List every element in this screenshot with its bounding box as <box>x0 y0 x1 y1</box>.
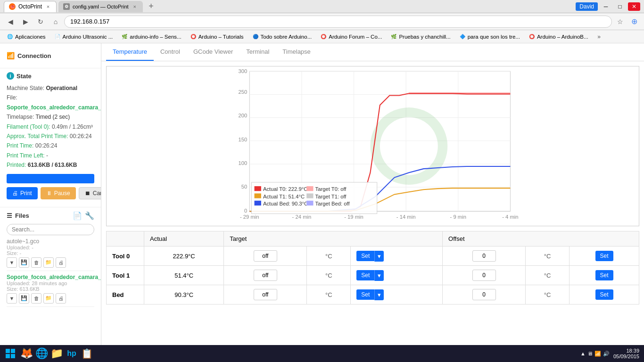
tool1-set-btn-cell: Set ▾ <box>351 266 443 285</box>
file-folder-btn[interactable]: 📁 <box>43 257 54 268</box>
start-button[interactable] <box>2 345 19 362</box>
reload-btn[interactable]: ↻ <box>34 15 47 28</box>
tray-up-icon[interactable]: ▲ <box>580 351 586 356</box>
tool0-set-dropdown[interactable]: ▾ <box>374 251 384 262</box>
bookmark-star-icon[interactable]: ☆ <box>614 16 626 28</box>
svg-text:100: 100 <box>238 160 247 166</box>
chrome-icon[interactable]: ⊕ <box>628 16 640 28</box>
tab-config-close[interactable]: × <box>132 3 138 10</box>
tool1-offset-set-button[interactable]: Set <box>595 270 613 280</box>
tab-timelapse[interactable]: Timelapse <box>276 43 317 61</box>
tool1-offset-input[interactable] <box>472 270 496 281</box>
close-btn[interactable]: ✕ <box>628 2 640 11</box>
bed-set-dropdown[interactable]: ▾ <box>374 289 384 300</box>
bed-target-input[interactable] <box>254 289 277 300</box>
tool1-set-button[interactable]: Set <box>356 270 374 280</box>
address-input[interactable] <box>64 16 612 28</box>
tab-temperature[interactable]: Temperature <box>106 43 154 61</box>
tool0-target-input-cell <box>224 247 307 266</box>
tool1-set-group: Set ▾ <box>356 270 437 281</box>
minimize-btn[interactable]: ─ <box>600 2 612 11</box>
unit-label: °C <box>544 291 551 298</box>
file-print-btn[interactable]: 🖨 <box>56 293 66 304</box>
back-btn[interactable]: ◀ <box>4 15 17 28</box>
tab-config[interactable]: ⚙ config.yaml — OctoPrint × <box>58 1 143 12</box>
main-content: Temperature Control GCode Viewer Termina… <box>101 43 644 345</box>
svg-rect-37 <box>255 201 261 206</box>
more-bookmarks-icon[interactable]: » <box>593 31 605 43</box>
bookmark-arduino-ultrasonic[interactable]: 📄 Arduino Ultrasonic ... <box>50 32 117 41</box>
svg-text:250: 250 <box>238 89 247 95</box>
tool1-set-dropdown[interactable]: ▾ <box>374 270 384 281</box>
taskbar-app-icon[interactable]: 📋 <box>79 346 94 361</box>
tool0-offset-unit: °C <box>526 247 570 266</box>
bookmark-arduino-tutorials[interactable]: ⭕ Arduino – Tutorials <box>186 32 248 41</box>
bookmark-icon: ⭕ <box>320 33 327 40</box>
tab-control[interactable]: Control <box>154 43 187 61</box>
taskbar-folder-icon[interactable]: 📁 <box>49 346 64 361</box>
tab-gcode-viewer[interactable]: GCode Viewer <box>187 43 239 61</box>
svg-text:300: 300 <box>238 68 247 74</box>
taskbar-chrome-icon[interactable]: 🌐 <box>34 346 49 361</box>
tool0-offset-set-button[interactable]: Set <box>595 251 613 261</box>
file-save-btn[interactable]: 💾 <box>19 293 29 304</box>
svg-point-26 <box>380 117 438 175</box>
bookmark-label: Todo sobre Arduino... <box>261 34 312 40</box>
connection-header: 📶 Connection <box>0 48 101 63</box>
col-actual-header: Actual <box>144 231 224 247</box>
home-btn[interactable]: ⌂ <box>49 15 62 28</box>
bed-offset-input[interactable] <box>472 289 496 300</box>
pause-button[interactable]: ⏸ Pause <box>41 187 76 199</box>
file-delete-btn[interactable]: 🗑 <box>31 293 41 304</box>
bookmark-aplicaciones[interactable]: 🌐 Aplicaciones <box>3 32 50 41</box>
bookmark-todo-arduino[interactable]: 🔵 Todo sobre Arduino... <box>248 32 316 41</box>
file-save-btn[interactable]: 💾 <box>19 257 29 268</box>
svg-text:Actual T1: 51.4°C: Actual T1: 51.4°C <box>263 194 305 199</box>
machine-state-label: Machine State: <box>7 85 44 91</box>
file-download-btn[interactable]: ▼ <box>7 293 17 304</box>
upload-icon[interactable]: 📄 <box>73 211 82 220</box>
tab-octoprint[interactable]: 🐙 OctoPrint × <box>4 1 57 12</box>
svg-text:- 14 min: - 14 min <box>396 214 416 220</box>
taskbar-hp-icon[interactable]: hp <box>64 346 79 361</box>
print-button[interactable]: 🖨 Print <box>7 187 38 199</box>
bookmark-arduinob[interactable]: ⭕ Arduino – ArduinoB... <box>525 32 592 41</box>
tab-terminal[interactable]: Terminal <box>239 43 276 61</box>
pause-icon: ⏸ <box>46 190 52 197</box>
tray-monitor-icon: 🖥 <box>587 351 593 356</box>
tool0-offset-input[interactable] <box>472 250 496 262</box>
timelapse-label: Timelapse: <box>7 114 34 120</box>
tool0-set-button[interactable]: Set <box>356 251 374 261</box>
cancel-button[interactable]: ⏹ Cancel <box>79 187 101 199</box>
file-folder-btn[interactable]: 📁 <box>43 293 54 304</box>
bookmark-arduino-info[interactable]: 🌿 arduino-info – Sens... <box>117 32 185 41</box>
temperature-chart: 0 50 100 150 200 250 300 - 29 min - 24 m… <box>106 66 639 226</box>
cancel-icon: ⏹ <box>85 190 91 197</box>
temperature-tab-content: 0 50 100 150 200 250 300 - 29 min - 24 m… <box>101 61 644 345</box>
file-label: File: <box>7 94 17 101</box>
bed-set-group: Set ▾ <box>356 289 437 300</box>
bed-target-input-cell <box>224 285 307 304</box>
bookmark-para-que[interactable]: 🔷 para que son los tre... <box>455 32 524 41</box>
unit-label: °C <box>325 291 332 298</box>
tab-octoprint-close[interactable]: × <box>45 3 51 10</box>
maximize-btn[interactable]: □ <box>614 2 626 11</box>
bookmark-pruebas[interactable]: 🌿 Pruebas y chanchill... <box>387 32 454 41</box>
taskbar-firefox-icon[interactable]: 🦊 <box>19 346 34 361</box>
forward-btn[interactable]: ▶ <box>19 15 32 28</box>
tool0-target-input[interactable] <box>254 250 277 262</box>
bookmark-label: Aplicaciones <box>15 34 46 40</box>
tool1-target-input[interactable] <box>254 270 277 281</box>
bed-offset-set-button[interactable]: Set <box>595 289 613 300</box>
new-tab-btn[interactable]: + <box>145 1 158 12</box>
file-download-btn[interactable]: ▼ <box>7 257 17 268</box>
windows-logo-icon <box>6 349 15 358</box>
bed-set-button[interactable]: Set <box>356 289 374 300</box>
print-label: Print <box>20 190 32 197</box>
bookmark-label: arduino-info – Sens... <box>130 34 181 40</box>
bookmark-arduino-forum[interactable]: ⭕ Arduino Forum – Co... <box>316 32 386 41</box>
wrench-icon[interactable]: 🔧 <box>85 211 94 220</box>
file-print-btn[interactable]: 🖨 <box>56 257 66 268</box>
search-input[interactable] <box>7 224 94 235</box>
file-delete-btn[interactable]: 🗑 <box>31 257 41 268</box>
